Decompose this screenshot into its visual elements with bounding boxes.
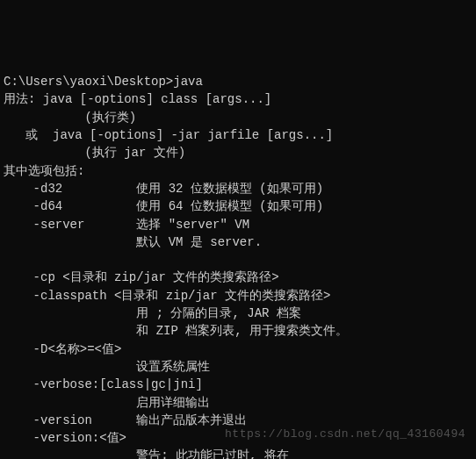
- output-line: 默认 VM 是 server.: [4, 235, 262, 249]
- prompt-path: C:\Users\yaoxi\Desktop>: [4, 75, 173, 89]
- output-line: -d32 使用 32 位数据模型 (如果可用): [4, 182, 323, 196]
- output-line: 警告: 此功能已过时, 将在: [4, 448, 289, 459]
- output-line: -classpath <目录和 zip/jar 文件的类搜索路径>: [4, 289, 330, 303]
- output-line: -version:<值>: [4, 431, 126, 445]
- output-line: -version 输出产品版本并退出: [4, 413, 247, 427]
- output-line: 和 ZIP 档案列表, 用于搜索类文件。: [4, 324, 348, 338]
- output-line: (执行 jar 文件): [4, 146, 185, 160]
- output-line: -D<名称>=<值>: [4, 342, 121, 356]
- output-line: -verbose:[class|gc|jni]: [4, 377, 203, 391]
- watermark-text: https://blog.csdn.net/qq_43160494: [225, 427, 465, 443]
- typed-command: java: [173, 75, 203, 89]
- output-line: -cp <目录和 zip/jar 文件的类搜索路径>: [4, 270, 279, 284]
- output-line: 设置系统属性: [4, 360, 210, 374]
- output-line: -server 选择 "server" VM: [4, 218, 249, 232]
- output-line: 用 ; 分隔的目录, JAR 档案: [4, 306, 301, 320]
- output-line: (执行类): [4, 111, 136, 125]
- output-line: -d64 使用 64 位数据模型 (如果可用): [4, 199, 323, 213]
- output-line: 用法: java [-options] class [args...]: [4, 92, 271, 106]
- output-line: 或 java [-options] -jar jarfile [args...]: [4, 128, 333, 142]
- terminal-window[interactable]: C:\Users\yaoxi\Desktop>java 用法: java [-o…: [4, 73, 472, 459]
- output-line: 启用详细输出: [4, 396, 210, 410]
- output-line: 其中选项包括:: [4, 164, 84, 178]
